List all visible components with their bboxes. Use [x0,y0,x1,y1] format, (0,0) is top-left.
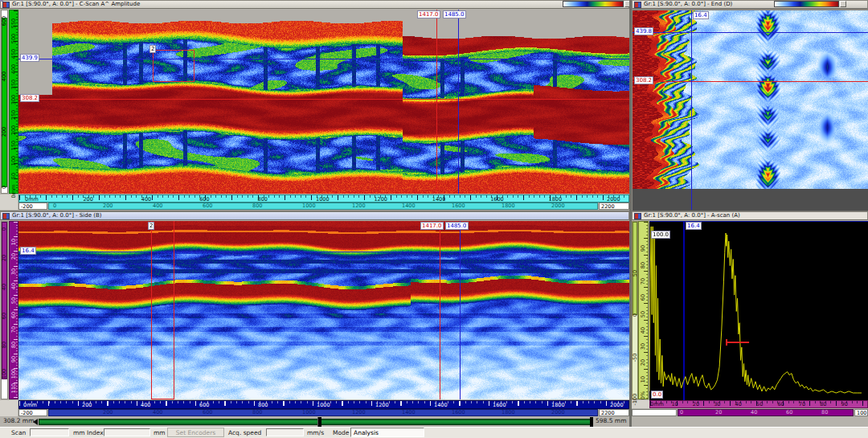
side-zone-bottom[interactable] [151,399,174,399]
cscan-index-label: 50 [11,173,17,179]
cscan-index-label: 500 [11,34,17,43]
side-scroll-label: 20 [2,255,7,261]
scan-position-thumb[interactable] [317,417,321,427]
ascan-depth-label: 30 [714,402,720,407]
side-scroll-label: 60 [2,313,7,319]
cscan-red-v-label: 1417.0 [417,10,440,18]
side-red-v-label: 1417.0 [420,222,444,230]
index-label: Index [87,430,104,436]
cscan-scan-cursor-red[interactable] [436,10,437,194]
side-scan-label: 2000 [610,403,624,408]
side-depth-label: 40 [11,283,17,289]
end-index-cursor-blue[interactable] [633,32,868,33]
cscan-scrollbar-label: 600 [203,203,212,209]
index-input[interactable] [104,428,150,436]
side-scan-scrollbar[interactable] [48,409,598,416]
side-title: Gr:1 [S:90.0°, A: 0.0°] - Side (B) [12,213,102,219]
cscan-scan-label: 1000 [316,197,330,203]
end-depth-cursor-blue[interactable] [691,10,692,210]
ascan-amp-label: 80 [641,261,646,268]
cscan-index-cursor-red[interactable] [18,99,629,100]
set-encoders-button[interactable]: Set Encoders [167,428,224,437]
end-nodata-area [633,189,868,211]
scan-position-end-thumb[interactable] [590,417,593,427]
side-scan-label: 800 [258,403,268,408]
ascan-amp-label: 10 [641,376,646,383]
side-image[interactable] [18,221,629,399]
cscan-scrollbar-label: 200 [103,203,113,209]
cscan-scroll-min: -200 [18,203,47,210]
cscan-scan-scrollbar[interactable] [48,203,598,210]
cscan-scan-label: 1200 [374,197,387,203]
cscan-index-cursor-blue[interactable] [18,59,629,59]
ascan-amp-scroll-label: -50 [633,353,638,362]
cscan-scroll-max: 2200 [599,203,629,210]
end-blue-h-label: 439.8 [634,27,653,35]
cscan-zone-label: 2 [149,45,156,53]
cscan-scan-label: 600 [199,197,209,203]
amplitude-colorbar[interactable] [563,1,624,7]
scan-position-start: 308.2 mm [3,418,34,424]
scan-input[interactable] [30,428,69,436]
end-index-cursor-red[interactable] [633,81,868,82]
vertical-splitter[interactable] [629,0,632,427]
side-zone-edge-left[interactable] [151,221,152,399]
ascan-title: Gr:1 [S:90.0°, A: 0.0°] - A-scan (A) [644,213,740,219]
ascan-depth-label: 90 [841,402,848,407]
slider-left-arrow-icon[interactable] [33,419,38,425]
ascan-amp-scrollbar-thumb[interactable] [633,222,637,315]
side-depth-label: 10 [11,239,17,245]
cscan-scan-cursor-blue[interactable] [458,10,459,194]
cscan-index-label: 300 [11,95,17,104]
side-blue-h-label: 16.4 [20,247,36,255]
cscan-zone-box[interactable] [153,50,194,82]
cscan-scan-label: 200 [83,197,92,203]
ascan-top-label: 100.0 [651,231,670,239]
palette-button[interactable] [840,1,846,7]
ascan-amp-scroll-label: 50 [633,269,638,276]
ascan-titlebar[interactable]: Gr:1 [S:90.0°, A: 0.0°] - A-scan (A) [632,211,868,220]
side-scan-label: 600 [199,403,209,408]
ascan-depth-label: 0mm [650,402,664,407]
cscan-index-label: 100 [11,156,17,166]
ascan-plot[interactable] [649,221,868,400]
side-depth-cursor-blue[interactable] [18,252,629,252]
side-scrollbar-label: 1800 [502,410,515,415]
side-scrollbar-label: 2000 [551,410,565,415]
side-scan-label: 1400 [434,403,448,408]
side-depth-scrollbar-thumb[interactable] [2,222,7,379]
scan-position-slider[interactable] [39,419,592,425]
cscan-index-label: 400 [11,64,17,74]
cscan-scan-label: 1600 [490,197,504,203]
side-depth-label: 30 [11,268,17,274]
side-zone-label: 2 [148,222,154,230]
side-zone-edge-right[interactable] [174,221,174,399]
cscan-red-h-label: 308.2 [20,94,39,102]
side-scrollbar-label: 800 [252,410,262,415]
side-scroll-max: 2200 [599,409,629,416]
side-scan-label: 1000 [317,403,330,408]
end-image[interactable] [633,10,868,189]
side-depth-label: 20 [11,253,17,260]
ascan-bottom-label: 0.0 [651,391,663,399]
side-titlebar[interactable]: Gr:1 [S:90.0°, A: 0.0°] - Side (B) [0,211,629,220]
cscan-image[interactable] [18,10,629,194]
acq-speed-input[interactable] [266,428,304,436]
side-scan-cursor-blue[interactable] [460,221,461,399]
end-blue-v-label: 16.4 [693,11,709,19]
cscan-scan-label: 2000 [607,197,620,203]
app-window: Gr:1 [S:90.0°, A: 0.0°] - C-Scan A^ Ampl… [0,0,868,438]
horizontal-splitter[interactable] [0,211,868,211]
cscan-titlebar[interactable]: Gr:1 [S:90.0°, A: 0.0°] - C-Scan A^ Ampl… [0,0,629,9]
side-scrollbar-label: 600 [203,410,212,415]
amplitude-colorbar[interactable] [774,1,839,7]
side-scan-cursor-red[interactable] [440,221,440,399]
cscan-scrollbar-label: 1800 [502,203,515,209]
view-icon [634,213,641,219]
side-scrollbar-label: 1200 [352,410,366,415]
ascan-amp-label: 60 [641,294,646,301]
ascan-scrollbar-label: 0 [680,410,683,415]
cscan-index-scrollbar-thumb[interactable] [2,18,7,187]
cscan-scroll-label: 0 [2,186,7,189]
ascan-amp-label: 40 [641,327,646,334]
